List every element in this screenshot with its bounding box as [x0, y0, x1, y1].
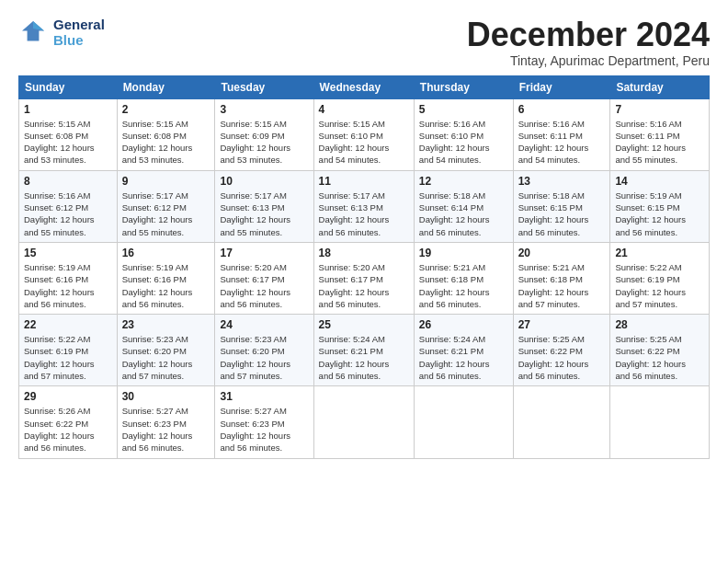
day-number: 4 — [319, 103, 409, 116]
calendar-cell: 6Sunrise: 5:16 AM Sunset: 6:11 PM Daylig… — [513, 98, 610, 170]
day-info: Sunrise: 5:21 AM Sunset: 6:18 PM Dayligh… — [419, 261, 508, 310]
calendar-week-4: 22Sunrise: 5:22 AM Sunset: 6:19 PM Dayli… — [19, 315, 710, 386]
day-number: 13 — [518, 175, 606, 188]
day-info: Sunrise: 5:19 AM Sunset: 6:16 PM Dayligh… — [24, 261, 112, 310]
logo-text: General Blue — [53, 17, 105, 49]
day-info: Sunrise: 5:25 AM Sunset: 6:22 PM Dayligh… — [518, 333, 606, 382]
day-number: 9 — [122, 175, 210, 188]
day-number: 21 — [615, 247, 704, 259]
day-info: Sunrise: 5:23 AM Sunset: 6:20 PM Dayligh… — [220, 333, 308, 382]
day-number: 3 — [220, 103, 308, 116]
calendar-cell: 5Sunrise: 5:16 AM Sunset: 6:10 PM Daylig… — [414, 98, 513, 170]
page: General Blue December 2024 Tintay, Apuri… — [0, 0, 728, 468]
calendar-cell: 27Sunrise: 5:25 AM Sunset: 6:22 PM Dayli… — [513, 315, 610, 386]
day-number: 20 — [518, 247, 606, 259]
day-info: Sunrise: 5:21 AM Sunset: 6:18 PM Dayligh… — [518, 261, 606, 310]
day-info: Sunrise: 5:24 AM Sunset: 6:21 PM Dayligh… — [319, 333, 409, 382]
col-tuesday: Tuesday — [215, 75, 313, 98]
day-info: Sunrise: 5:23 AM Sunset: 6:20 PM Dayligh… — [122, 333, 210, 382]
calendar-cell: 4Sunrise: 5:15 AM Sunset: 6:10 PM Daylig… — [313, 98, 414, 170]
calendar-cell: 24Sunrise: 5:23 AM Sunset: 6:20 PM Dayli… — [215, 315, 313, 386]
subtitle: Tintay, Apurimac Department, Peru — [467, 53, 710, 68]
header: General Blue December 2024 Tintay, Apuri… — [18, 17, 710, 68]
day-info: Sunrise: 5:19 AM Sunset: 6:16 PM Dayligh… — [122, 261, 210, 310]
day-number: 31 — [220, 390, 308, 403]
calendar-cell: 31Sunrise: 5:27 AM Sunset: 6:23 PM Dayli… — [215, 386, 313, 458]
day-info: Sunrise: 5:27 AM Sunset: 6:23 PM Dayligh… — [122, 405, 210, 454]
calendar-cell: 12Sunrise: 5:18 AM Sunset: 6:14 PM Dayli… — [414, 170, 513, 242]
day-info: Sunrise: 5:15 AM Sunset: 6:09 PM Dayligh… — [220, 118, 308, 167]
calendar-cell: 22Sunrise: 5:22 AM Sunset: 6:19 PM Dayli… — [19, 315, 118, 386]
calendar-cell: 26Sunrise: 5:24 AM Sunset: 6:21 PM Dayli… — [414, 315, 513, 386]
day-number: 16 — [122, 247, 210, 259]
day-info: Sunrise: 5:16 AM Sunset: 6:10 PM Dayligh… — [419, 118, 508, 167]
calendar-cell — [414, 386, 513, 458]
calendar-cell: 13Sunrise: 5:18 AM Sunset: 6:15 PM Dayli… — [513, 170, 610, 242]
calendar-cell — [610, 386, 710, 458]
calendar-cell: 18Sunrise: 5:20 AM Sunset: 6:17 PM Dayli… — [313, 242, 414, 314]
day-info: Sunrise: 5:17 AM Sunset: 6:13 PM Dayligh… — [220, 190, 308, 238]
day-number: 1 — [24, 103, 112, 116]
day-number: 12 — [419, 175, 508, 188]
day-number: 19 — [419, 247, 508, 259]
day-number: 23 — [122, 318, 210, 331]
day-number: 6 — [518, 103, 606, 116]
day-number: 15 — [24, 247, 112, 259]
calendar-cell: 8Sunrise: 5:16 AM Sunset: 6:12 PM Daylig… — [19, 170, 118, 242]
day-info: Sunrise: 5:15 AM Sunset: 6:10 PM Dayligh… — [319, 118, 409, 167]
day-info: Sunrise: 5:17 AM Sunset: 6:12 PM Dayligh… — [122, 190, 210, 238]
col-wednesday: Wednesday — [313, 75, 414, 98]
logo-icon — [18, 17, 48, 47]
day-number: 27 — [518, 318, 606, 331]
calendar-cell: 29Sunrise: 5:26 AM Sunset: 6:22 PM Dayli… — [19, 386, 118, 458]
col-sunday: Sunday — [19, 75, 118, 98]
day-number: 28 — [615, 318, 704, 331]
day-info: Sunrise: 5:22 AM Sunset: 6:19 PM Dayligh… — [24, 333, 112, 382]
calendar-cell — [313, 386, 414, 458]
day-number: 10 — [220, 175, 308, 188]
day-number: 22 — [24, 318, 112, 331]
day-number: 18 — [319, 247, 409, 259]
calendar-cell: 19Sunrise: 5:21 AM Sunset: 6:18 PM Dayli… — [414, 242, 513, 314]
calendar-cell: 16Sunrise: 5:19 AM Sunset: 6:16 PM Dayli… — [117, 242, 215, 314]
col-thursday: Thursday — [414, 75, 513, 98]
day-info: Sunrise: 5:15 AM Sunset: 6:08 PM Dayligh… — [122, 118, 210, 167]
calendar-cell: 7Sunrise: 5:16 AM Sunset: 6:11 PM Daylig… — [610, 98, 710, 170]
day-number: 25 — [319, 318, 409, 331]
calendar-cell: 3Sunrise: 5:15 AM Sunset: 6:09 PM Daylig… — [215, 98, 313, 170]
day-info: Sunrise: 5:24 AM Sunset: 6:21 PM Dayligh… — [419, 333, 508, 382]
calendar-cell: 15Sunrise: 5:19 AM Sunset: 6:16 PM Dayli… — [19, 242, 118, 314]
calendar-cell: 14Sunrise: 5:19 AM Sunset: 6:15 PM Dayli… — [610, 170, 710, 242]
day-number: 7 — [615, 103, 704, 116]
day-number: 24 — [220, 318, 308, 331]
day-number: 11 — [319, 175, 409, 188]
day-number: 8 — [24, 175, 112, 188]
calendar-cell: 1Sunrise: 5:15 AM Sunset: 6:08 PM Daylig… — [19, 98, 118, 170]
day-info: Sunrise: 5:19 AM Sunset: 6:15 PM Dayligh… — [615, 190, 704, 238]
day-number: 5 — [419, 103, 508, 116]
calendar-week-5: 29Sunrise: 5:26 AM Sunset: 6:22 PM Dayli… — [19, 386, 710, 458]
logo: General Blue — [18, 17, 105, 49]
calendar-cell — [513, 386, 610, 458]
day-info: Sunrise: 5:16 AM Sunset: 6:12 PM Dayligh… — [24, 190, 112, 238]
calendar-cell: 23Sunrise: 5:23 AM Sunset: 6:20 PM Dayli… — [117, 315, 215, 386]
calendar-cell: 20Sunrise: 5:21 AM Sunset: 6:18 PM Dayli… — [513, 242, 610, 314]
day-number: 29 — [24, 390, 112, 403]
day-number: 30 — [122, 390, 210, 403]
day-number: 14 — [615, 175, 704, 188]
col-friday: Friday — [513, 75, 610, 98]
title-area: December 2024 Tintay, Apurimac Departmen… — [467, 17, 710, 68]
day-info: Sunrise: 5:20 AM Sunset: 6:17 PM Dayligh… — [220, 261, 308, 310]
col-monday: Monday — [117, 75, 215, 98]
day-info: Sunrise: 5:16 AM Sunset: 6:11 PM Dayligh… — [518, 118, 606, 167]
calendar-cell: 11Sunrise: 5:17 AM Sunset: 6:13 PM Dayli… — [313, 170, 414, 242]
calendar-cell: 17Sunrise: 5:20 AM Sunset: 6:17 PM Dayli… — [215, 242, 313, 314]
calendar-table: Sunday Monday Tuesday Wednesday Thursday… — [18, 75, 710, 459]
day-info: Sunrise: 5:16 AM Sunset: 6:11 PM Dayligh… — [615, 118, 704, 167]
calendar-cell: 10Sunrise: 5:17 AM Sunset: 6:13 PM Dayli… — [215, 170, 313, 242]
day-info: Sunrise: 5:26 AM Sunset: 6:22 PM Dayligh… — [24, 405, 112, 454]
month-title: December 2024 — [467, 17, 710, 53]
day-number: 26 — [419, 318, 508, 331]
day-info: Sunrise: 5:18 AM Sunset: 6:15 PM Dayligh… — [518, 190, 606, 238]
day-info: Sunrise: 5:25 AM Sunset: 6:22 PM Dayligh… — [615, 333, 704, 382]
